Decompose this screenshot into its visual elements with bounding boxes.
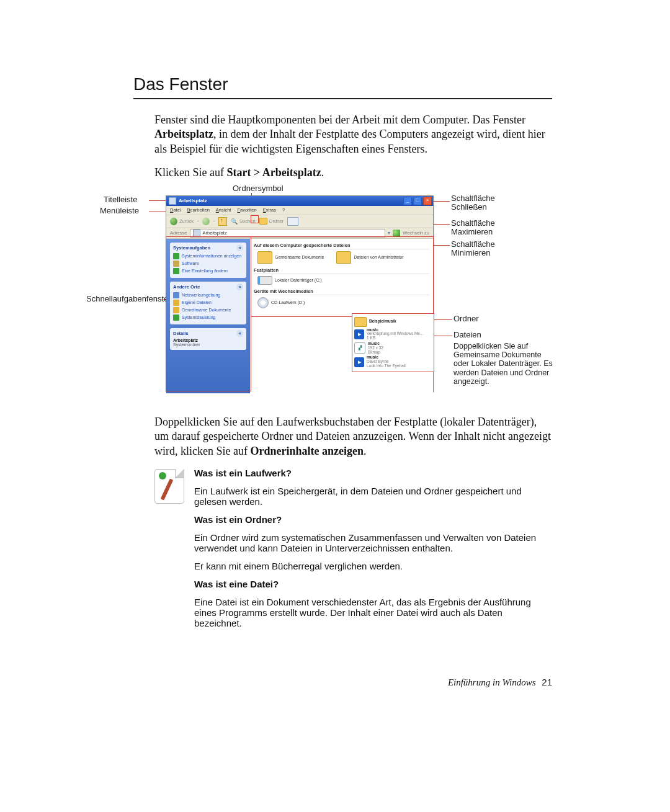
folders-button[interactable]: Ordner — [259, 218, 284, 225]
details-title: Arbeitsplatz — [173, 338, 243, 342]
titlebar[interactable]: Arbeitsplatz _ □ × — [166, 196, 433, 206]
taskbox-header: Systemaufgaben — [173, 245, 210, 251]
menu-item[interactable]: Datei — [170, 207, 181, 213]
intro-text: , in dem der Inhalt der Festplatte des C… — [154, 128, 545, 155]
list-item[interactable]: ▞music192 x 32Bitmap — [354, 342, 432, 354]
menu-item[interactable]: Ansicht — [216, 207, 231, 213]
taskbox-header: Andere Orte — [173, 284, 200, 290]
folder-item[interactable]: Dateien von Administrator — [336, 251, 403, 264]
list-item[interactable]: Beispielmusik — [354, 317, 432, 327]
callout-dateien: Dateien — [453, 331, 481, 340]
tip-answer: Eine Datei ist ein Dokument verschiedens… — [194, 597, 552, 628]
footer-text: Einführung in Windows — [448, 677, 536, 687]
task-link[interactable]: Systeminformationen anzeigen — [173, 252, 243, 260]
taskbox-details: Details« Arbeitsplatz Systemordner — [170, 328, 246, 350]
intro-text: . — [321, 166, 324, 179]
callout-menuleiste: Menüleiste — [100, 207, 139, 216]
folder-item[interactable]: Gemeinsame Dokumente — [257, 251, 324, 264]
callout-close: Schaltfläche Schließen — [451, 194, 525, 213]
folder-icon — [336, 251, 351, 264]
task-link[interactable]: Eine Einstellung ändern — [173, 267, 243, 275]
menubar[interactable]: Datei Bearbeiten Ansicht Favoriten Extra… — [166, 206, 433, 215]
title-rule — [133, 98, 552, 99]
views-button[interactable] — [287, 217, 298, 226]
section-header: Geräte mit Wechselmedien — [254, 288, 429, 295]
task-pane: Systemaufgaben« Systeminformationen anze… — [166, 239, 250, 393]
menu-item[interactable]: ? — [282, 207, 285, 213]
page-title: Das Fenster — [133, 74, 552, 94]
address-label: Adresse — [170, 230, 187, 236]
section-header: Auf diesem Computer gespeicherte Dateien — [254, 243, 429, 249]
collapse-icon[interactable]: « — [236, 283, 243, 290]
menu-item[interactable]: Favoriten — [237, 207, 256, 213]
intro-text: Klicken Sie auf — [154, 166, 226, 179]
task-link[interactable]: Systemsteuerung — [173, 314, 243, 321]
section-header: Festplatten — [254, 267, 429, 274]
collapse-icon[interactable]: « — [236, 244, 243, 251]
folder-icon — [257, 251, 272, 264]
drive-item[interactable]: Lokaler Datenträger (C:) — [257, 276, 321, 285]
maximize-button[interactable]: □ — [413, 197, 422, 205]
text: . — [364, 445, 367, 457]
callout-min: Schaltfläche Minimieren — [451, 240, 525, 259]
callout-max: Schaltfläche Maximieren — [451, 219, 525, 238]
taskbox-header: Details — [173, 331, 189, 336]
list-item[interactable]: ▶musicDavid ByrneLook Into The Eyeball — [354, 355, 432, 368]
close-button[interactable]: × — [423, 197, 432, 205]
after-text: Doppelklicken Sie auf den Laufwerksbuchs… — [154, 415, 552, 459]
intro-block: Fenster sind die Hauptkomponenten bei de… — [154, 113, 552, 181]
pc-icon — [193, 230, 200, 237]
image-icon: ▞ — [354, 342, 365, 354]
task-link[interactable]: Gemeinsame Dokumente — [173, 306, 243, 314]
collapse-icon[interactable]: « — [236, 330, 243, 337]
note-icon — [154, 469, 184, 504]
address-value: Arbeitsplatz — [203, 230, 227, 236]
addr-dropdown-icon[interactable]: ▾ — [388, 230, 390, 236]
intro-bold: Arbeitsplatz — [154, 128, 213, 140]
forward-button[interactable] — [202, 218, 210, 225]
callout-ordnersymbol: Ordnersymbol — [233, 184, 284, 194]
media-icon: ▶ — [354, 357, 364, 367]
drive-icon — [257, 276, 272, 285]
tip-question: Was ist ein Ordner? — [194, 514, 552, 525]
address-input[interactable]: Arbeitsplatz — [190, 229, 386, 238]
window-title: Arbeitsplatz — [179, 198, 403, 203]
list-item[interactable]: ▶musicVerknüpfung mit Windows Me...1 KB — [354, 328, 432, 341]
task-link[interactable]: Netzwerkumgebung — [173, 292, 243, 299]
go-button[interactable] — [393, 230, 400, 237]
callout-dateien-desc: Doppelklicken Sie auf Gemeinsame Dokumen… — [453, 342, 553, 386]
minimize-button[interactable]: _ — [403, 197, 412, 205]
callout-schnell: Schnellaufgabenfenster — [86, 295, 161, 304]
page-footer: Einführung in Windows 21 — [448, 677, 552, 688]
cd-icon — [257, 297, 269, 308]
task-link[interactable]: Software — [173, 260, 243, 267]
up-button[interactable] — [218, 217, 227, 226]
window-icon — [169, 197, 176, 205]
tip-question: Was ist ein Laufwerk? — [194, 468, 552, 478]
intro-bold: Start > Arbeitsplatz — [226, 166, 321, 179]
page-number: 21 — [542, 677, 552, 687]
tip-block: Was ist ein Laufwerk? Ein Laufwerk ist e… — [154, 468, 552, 636]
toolbar: Zurück · · 🔍Suchen Ordner — [166, 215, 433, 228]
tip-answer: Ein Ordner wird zum systematischen Zusam… — [194, 532, 552, 553]
tip-answer: Ein Laufwerk ist ein Speichergerät, in d… — [194, 486, 552, 507]
menu-item[interactable]: Extras — [263, 207, 276, 213]
task-link[interactable]: Eigene Dateien — [173, 299, 243, 306]
taskbox-system: Systemaufgaben« Systeminformationen anze… — [170, 243, 246, 278]
tip-answer: Er kann mit einem Bücherregal verglichen… — [194, 561, 552, 571]
text-bold: Ordnerinhalte anzeigen — [250, 445, 364, 457]
back-button[interactable]: Zurück — [170, 218, 194, 225]
details-sub: Systemordner — [173, 342, 243, 347]
annotated-screenshot: Titelleiste Menüleiste Schnellaufgabenfe… — [109, 189, 552, 400]
callout-ordner: Ordner — [453, 315, 478, 324]
tip-question: Was ist eine Datei? — [194, 579, 552, 589]
folder-icon — [354, 317, 367, 327]
search-button[interactable]: 🔍Suchen — [231, 218, 255, 225]
address-bar: Adresse Arbeitsplatz ▾ Wechseln zu — [166, 228, 433, 239]
media-icon: ▶ — [354, 329, 364, 339]
go-label: Wechseln zu — [403, 230, 429, 236]
cd-item[interactable]: CD-Laufwerk (D:) — [257, 297, 305, 308]
intro-text: Fenster sind die Hauptkomponenten bei de… — [154, 114, 525, 126]
file-list-panel: Beispielmusik ▶musicVerknüpfung mit Wind… — [352, 313, 434, 372]
menu-item[interactable]: Bearbeiten — [187, 207, 210, 213]
